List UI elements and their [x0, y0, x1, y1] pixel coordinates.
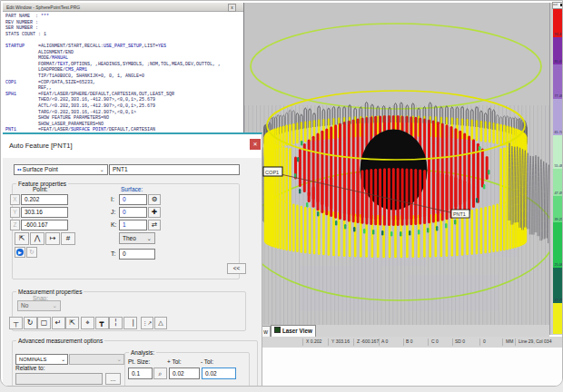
svg-text:COP1: COP1 [265, 170, 279, 175]
svg-text:PNT1: PNT1 [453, 211, 466, 217]
